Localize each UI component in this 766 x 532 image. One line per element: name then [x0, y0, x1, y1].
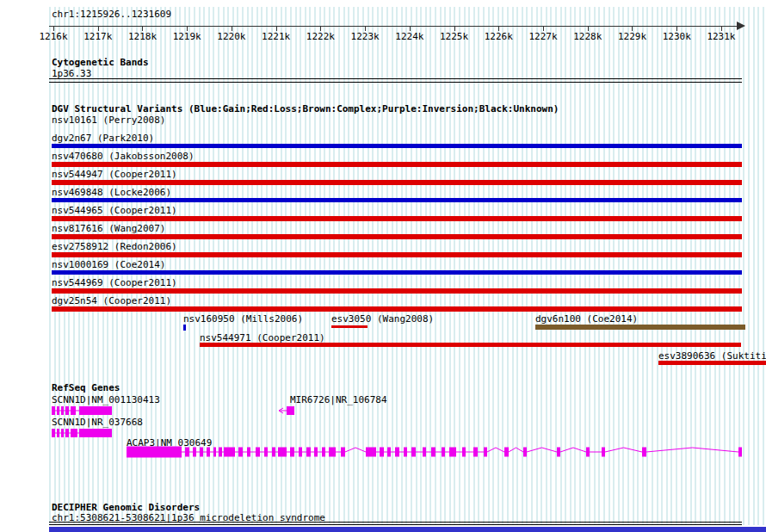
variant-bar[interactable] — [200, 343, 741, 347]
variant-label: dgv6n100 (Coe2014) — [535, 314, 638, 325]
gene-glyph[interactable] — [127, 445, 744, 459]
ruler-tick-label: 1228k — [572, 32, 603, 42]
variant-bar[interactable] — [183, 325, 186, 331]
ruler-tick-label: 1224k — [394, 32, 425, 42]
overview-scrollbar[interactable] — [49, 527, 766, 532]
ruler-tick-label: 1219k — [171, 32, 202, 42]
section-title-cytogenetic: Cytogenetic Bands — [52, 58, 149, 68]
gene-glyph[interactable] — [52, 426, 114, 440]
variant-label: dgv25n54 (Cooper2011) — [52, 296, 171, 306]
decipher-feature-box[interactable] — [49, 522, 742, 525]
ruler-tick-label: 1225k — [439, 32, 470, 42]
genome-browser: chr1:1215926..1231609 Cytogenetic Bands … — [0, 0, 766, 532]
variant-label: nsv469848 (Locke2006) — [52, 188, 171, 198]
variant-bar[interactable] — [52, 216, 742, 221]
ruler-line — [49, 26, 738, 27]
ruler-tick-label: 1227k — [528, 32, 559, 42]
variant-bar[interactable] — [535, 325, 745, 330]
variant-bar[interactable] — [52, 306, 742, 312]
variant-bar[interactable] — [52, 288, 742, 294]
variant-label: nsv160950 (Mills2006) — [183, 314, 303, 325]
variant-label: nsv470680 (Jakobsson2008) — [52, 152, 195, 162]
ruler-arrow-icon — [737, 22, 745, 30]
variant-bar[interactable] — [52, 144, 742, 148]
variant-label: dgv2n67 (Park2010) — [52, 133, 154, 144]
ruler-tick-label: 1220k — [216, 32, 247, 42]
variant-bar[interactable] — [52, 180, 742, 185]
gene-glyph[interactable] — [52, 404, 114, 418]
variant-bar[interactable] — [52, 270, 742, 275]
ruler-tick-label: 1218k — [127, 32, 158, 42]
variant-bar[interactable] — [52, 252, 742, 257]
variant-label: nsv1000169 (Coe2014) — [52, 260, 165, 270]
cytoband-box[interactable] — [49, 78, 742, 83]
gene-label: MIR6726|NR_106784 — [290, 395, 387, 405]
ruler-tick-label: 1223k — [349, 32, 380, 42]
variant-label: nsv544969 (Cooper2011) — [52, 278, 177, 288]
variant-bar[interactable] — [52, 162, 742, 167]
ruler-tick-label: 1229k — [616, 32, 647, 42]
ruler-tick-label: 1230k — [661, 32, 692, 42]
gene-glyph[interactable] — [287, 404, 296, 418]
variant-bar[interactable] — [658, 361, 766, 365]
region-label: chr1:1215926..1231609 — [52, 9, 171, 20]
ruler-tick-label: 1222k — [305, 32, 336, 42]
ruler-tick-label: 1216k — [38, 32, 69, 42]
variant-bar[interactable] — [52, 234, 742, 239]
ruler-tick-label: 1231k — [706, 32, 737, 42]
variant-label: nsv544947 (Cooper2011) — [52, 170, 177, 180]
variant-bar[interactable] — [52, 198, 742, 202]
variant-label: esv2758912 (Redon2006) — [52, 242, 177, 252]
variant-label: nsv544965 (Cooper2011) — [52, 206, 177, 216]
variant-label: esv3050 (Wang2008) — [331, 314, 434, 325]
ruler-tick-label: 1221k — [261, 32, 292, 42]
variant-label: nsv10161 (Perry2008) — [52, 115, 165, 126]
ruler-tick-label: 1217k — [83, 32, 114, 42]
section-title-dgv: DGV Structural Variants (Blue:Gain;Red:L… — [52, 104, 559, 114]
section-title-refseq: RefSeq Genes — [52, 383, 120, 393]
variant-bar[interactable] — [331, 325, 368, 328]
variant-label: nsv817616 (Wang2007) — [52, 224, 165, 234]
ruler-tick-label: 1226k — [483, 32, 514, 42]
